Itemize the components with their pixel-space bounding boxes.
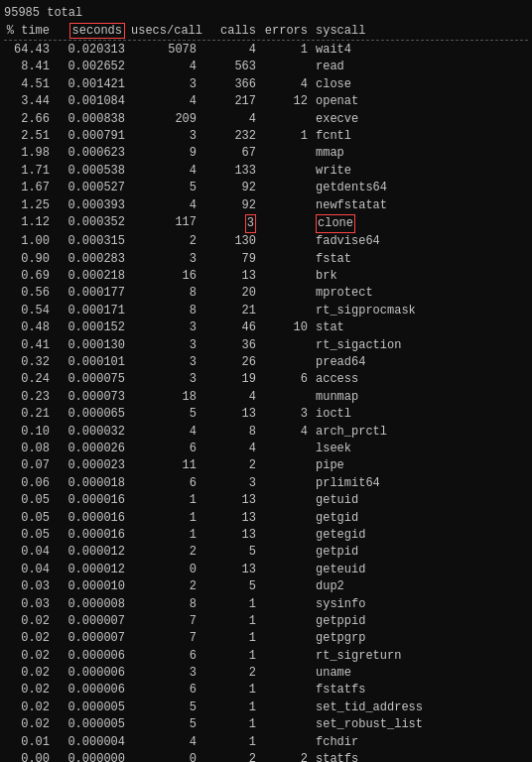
table-row: 0.32 0.000101 3 26 pread64 xyxy=(4,354,528,371)
cell-time: 0.23 xyxy=(4,389,56,406)
cell-seconds: 0.000352 xyxy=(56,214,131,233)
cell-errors xyxy=(262,492,314,509)
cell-seconds: 0.000007 xyxy=(56,613,131,630)
cell-syscall: stat xyxy=(314,319,528,336)
cell-usecs: 6 xyxy=(131,475,202,492)
cell-usecs: 4 xyxy=(131,197,202,214)
cell-time: 0.08 xyxy=(4,441,56,457)
cell-calls: 1 xyxy=(202,613,262,630)
table-row: 0.03 0.000008 8 1 sysinfo xyxy=(4,596,528,613)
cell-time: 0.32 xyxy=(4,354,56,371)
cell-seconds: 0.000006 xyxy=(56,665,131,682)
cell-errors: 2 xyxy=(262,751,314,762)
cell-seconds: 0.000393 xyxy=(56,197,131,214)
cell-seconds: 0.000007 xyxy=(56,630,131,647)
cell-errors: 6 xyxy=(262,371,314,388)
cell-usecs: 3 xyxy=(131,337,202,354)
table-row: 0.41 0.000130 3 36 rt_sigaction xyxy=(4,337,528,354)
cell-calls: 20 xyxy=(202,285,262,302)
cell-usecs: 16 xyxy=(131,268,202,285)
cell-syscall: rt_sigprocmask xyxy=(314,303,528,319)
cell-time: 1.71 xyxy=(4,163,56,180)
cell-calls: 26 xyxy=(202,354,262,371)
cell-time: 0.02 xyxy=(4,648,56,665)
cell-seconds: 0.000010 xyxy=(56,578,131,595)
cell-calls: 5 xyxy=(202,578,262,595)
cell-time: 0.24 xyxy=(4,371,56,388)
cell-errors xyxy=(262,665,314,682)
cell-errors xyxy=(262,251,314,268)
cell-usecs: 8 xyxy=(131,596,202,613)
cell-usecs: 3 xyxy=(131,251,202,268)
cell-calls: 1 xyxy=(202,596,262,613)
cell-calls: 217 xyxy=(202,93,262,110)
cell-usecs: 8 xyxy=(131,303,202,319)
table-row: 0.69 0.000218 16 13 brk xyxy=(4,268,528,285)
table-row: 0.90 0.000283 3 79 fstat xyxy=(4,251,528,268)
cell-seconds: 0.000004 xyxy=(56,734,131,751)
cell-usecs: 5 xyxy=(131,406,202,423)
table-row: 1.67 0.000527 5 92 getdents64 xyxy=(4,180,528,196)
cell-syscall: fcntl xyxy=(314,128,528,145)
cell-usecs: 0 xyxy=(131,751,202,762)
cell-syscall: wait4 xyxy=(314,42,528,59)
cell-errors xyxy=(262,180,314,196)
header-syscall: syscall xyxy=(314,24,528,38)
cell-seconds: 0.000005 xyxy=(56,699,131,716)
table-row: 0.02 0.000007 7 1 getppid xyxy=(4,613,528,630)
cell-time: 0.02 xyxy=(4,630,56,647)
cell-calls: 4 xyxy=(202,389,262,406)
cell-usecs: 209 xyxy=(131,111,202,128)
cell-syscall: statfs xyxy=(314,751,528,762)
cell-usecs: 6 xyxy=(131,441,202,457)
cell-usecs: 4 xyxy=(131,59,202,75)
cell-syscall: uname xyxy=(314,665,528,682)
cell-calls: 4 xyxy=(202,42,262,59)
table-row: 0.23 0.000073 18 4 munmap xyxy=(4,389,528,406)
cell-calls: 13 xyxy=(202,527,262,544)
cell-usecs: 3 xyxy=(131,354,202,371)
cell-syscall: newfstatat xyxy=(314,197,528,214)
total-line: 95985 total xyxy=(4,6,528,20)
cell-seconds: 0.000075 xyxy=(56,371,131,388)
cell-syscall: brk xyxy=(314,268,528,285)
cell-seconds: 0.000538 xyxy=(56,163,131,180)
cell-usecs: 9 xyxy=(131,145,202,162)
header-usecs: usecs/call xyxy=(131,24,202,38)
table-row: 0.02 0.000006 3 2 uname xyxy=(4,665,528,682)
cell-errors xyxy=(262,475,314,492)
cell-time: 1.25 xyxy=(4,197,56,214)
cell-seconds: 0.001084 xyxy=(56,93,131,110)
table-row: 0.00 0.000000 0 2 2 statfs xyxy=(4,751,528,762)
cell-syscall: getpid xyxy=(314,544,528,561)
cell-syscall: getppid xyxy=(314,613,528,630)
cell-calls: 1 xyxy=(202,716,262,733)
cell-time: 0.04 xyxy=(4,544,56,561)
cell-time: 0.54 xyxy=(4,303,56,319)
cell-calls: 13 xyxy=(202,492,262,509)
cell-seconds: 0.000838 xyxy=(56,111,131,128)
cell-syscall: close xyxy=(314,76,528,93)
cell-seconds: 0.000315 xyxy=(56,233,131,250)
cell-errors: 1 xyxy=(262,42,314,59)
cell-calls: 13 xyxy=(202,406,262,423)
table-row: 0.02 0.000006 6 1 rt_sigreturn xyxy=(4,648,528,665)
table-row: 1.71 0.000538 4 133 write xyxy=(4,163,528,180)
cell-seconds: 0.000012 xyxy=(56,544,131,561)
cell-usecs: 1 xyxy=(131,527,202,544)
cell-time: 8.41 xyxy=(4,59,56,75)
cell-errors: 10 xyxy=(262,319,314,336)
cell-syscall: sysinfo xyxy=(314,596,528,613)
highlight-syscall: clone xyxy=(316,214,355,233)
cell-seconds: 0.000032 xyxy=(56,424,131,441)
cell-usecs: 3 xyxy=(131,319,202,336)
header-seconds: seconds xyxy=(56,24,131,38)
cell-time: 0.48 xyxy=(4,319,56,336)
cell-errors xyxy=(262,285,314,302)
table-row: 0.05 0.000016 1 13 getuid xyxy=(4,492,528,509)
cell-calls: 92 xyxy=(202,180,262,196)
cell-calls: 5 xyxy=(202,544,262,561)
cell-errors: 4 xyxy=(262,76,314,93)
cell-seconds: 0.000065 xyxy=(56,406,131,423)
cell-errors xyxy=(262,389,314,406)
